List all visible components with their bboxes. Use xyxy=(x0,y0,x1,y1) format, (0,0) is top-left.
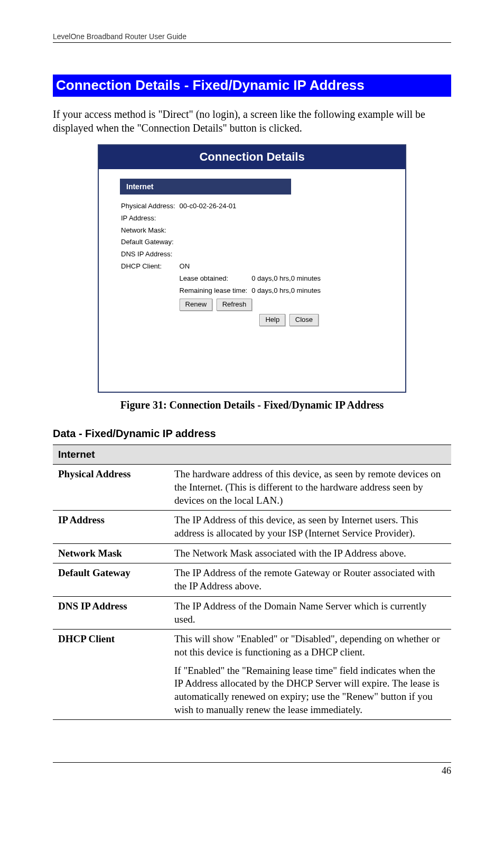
value-default-gateway xyxy=(180,237,251,248)
label-dns-ip: DNS IP Address: xyxy=(121,249,179,260)
refresh-button[interactable]: Refresh xyxy=(217,299,253,311)
label-lease-obtained: Lease obtained: xyxy=(180,273,251,284)
data-subheading: Data - Fixed/Dynamic IP address xyxy=(53,427,451,440)
label-default-gateway: Default Gateway: xyxy=(121,237,179,248)
value-remaining-lease: 0 days,0 hrs,0 minutes xyxy=(251,285,324,297)
screenshot-title: Connection Details xyxy=(99,145,405,169)
table-row: DHCP ClientThis will show "Enabled" or "… xyxy=(53,630,451,720)
value-network-mask xyxy=(180,225,251,236)
label-physical-address: Physical Address: xyxy=(121,201,179,212)
row-label: Physical Address xyxy=(53,465,169,511)
value-physical-address: 00-c0-02-26-24-01 xyxy=(180,201,251,212)
data-table: Internet Physical AddressThe hardware ad… xyxy=(53,445,451,720)
row-description: The IP Address of this device, as seen b… xyxy=(169,511,451,543)
close-button[interactable]: Close xyxy=(290,314,319,326)
help-button[interactable]: Help xyxy=(259,314,285,326)
screenshot-fields: Physical Address: 00-c0-02-26-24-01 IP A… xyxy=(120,200,325,328)
row-label: DNS IP Address xyxy=(53,596,169,629)
row-description: This will show "Enabled" or "Disabled", … xyxy=(169,630,451,720)
value-lease-obtained: 0 days,0 hrs,0 minutes xyxy=(251,273,324,284)
row-description: The hardware address of this device, as … xyxy=(169,465,451,511)
row-label: Default Gateway xyxy=(53,563,169,596)
screenshot-section-label: Internet xyxy=(120,179,291,195)
value-dns-ip xyxy=(180,249,251,260)
renew-button[interactable]: Renew xyxy=(180,299,212,311)
label-remaining-lease: Remaining lease time: xyxy=(180,285,251,297)
connection-details-screenshot: Connection Details Internet Physical Add… xyxy=(98,144,406,393)
table-row: Network MaskThe Network Mask associated … xyxy=(53,543,451,563)
label-dhcp-client: DHCP Client: xyxy=(121,261,179,272)
figure-caption: Figure 31: Connection Details - Fixed/Dy… xyxy=(53,398,451,412)
table-group-header: Internet xyxy=(53,445,451,465)
label-network-mask: Network Mask: xyxy=(121,225,179,236)
table-row: IP AddressThe IP Address of this device,… xyxy=(53,511,451,543)
running-header: LevelOne Broadband Router User Guide xyxy=(53,32,451,43)
table-row: Default GatewayThe IP Address of the rem… xyxy=(53,563,451,596)
value-dhcp-client: ON xyxy=(180,261,251,272)
row-label: Network Mask xyxy=(53,543,169,563)
page-number: 46 xyxy=(53,762,451,777)
table-row: Physical AddressThe hardware address of … xyxy=(53,465,451,511)
row-description: The IP Address of the Domain Name Server… xyxy=(169,596,451,629)
label-ip-address: IP Address: xyxy=(121,213,179,224)
row-label: DHCP Client xyxy=(53,630,169,720)
figure-wrap: Connection Details Internet Physical Add… xyxy=(53,144,451,393)
row-description: The Network Mask associated with the IP … xyxy=(169,543,451,563)
section-heading: Connection Details - Fixed/Dynamic IP Ad… xyxy=(53,75,451,97)
value-ip-address xyxy=(180,213,251,224)
table-row: DNS IP AddressThe IP Address of the Doma… xyxy=(53,596,451,629)
row-label: IP Address xyxy=(53,511,169,543)
row-description: The IP Address of the remote Gateway or … xyxy=(169,563,451,596)
intro-paragraph: If your access method is "Direct" (no lo… xyxy=(53,107,451,135)
